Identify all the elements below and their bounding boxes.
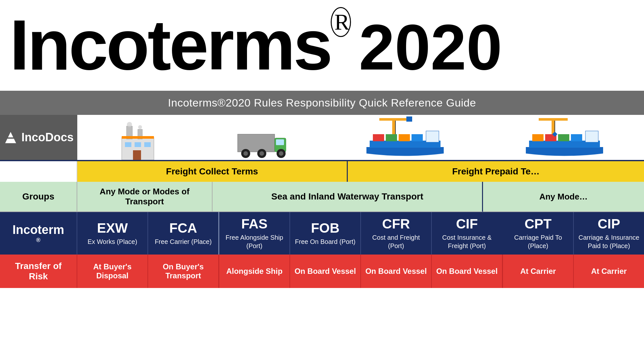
groups-row: Groups Any Mode or Modes of Transport Se… [0, 182, 644, 212]
svg-rect-37 [532, 134, 544, 141]
freight-collect-text: Freight Collect Terms [166, 166, 258, 176]
risk-col-4: On Board Vessel [361, 255, 432, 288]
incoterm-col-cpt: CPT Carriage Paid To (Place) [503, 212, 574, 255]
svg-rect-12 [238, 134, 275, 152]
freight-spacer [0, 161, 77, 182]
svg-point-16 [243, 151, 248, 156]
incoterm-desc-cfr: Cost and Freight (Port) [364, 233, 429, 250]
risk-col-7: At Carrier [574, 255, 644, 288]
risk-columns: At Buyer's DisposalOn Buyer's TransportA… [77, 255, 644, 288]
svg-rect-27 [386, 134, 397, 141]
incoterm-code-exw: EXW [97, 221, 128, 236]
illustration-container [77, 115, 644, 160]
incoterm-col-cif: CIF Cost Insurance & Freight (Port) [432, 212, 503, 255]
svg-rect-10 [133, 150, 141, 160]
subtitle-text: Incoterms®2020 Rules Responsibility Quic… [168, 97, 476, 109]
incoterm-col-fob: FOB Free On Board (Port) [290, 212, 361, 255]
svg-rect-7 [125, 142, 131, 147]
svg-rect-40 [571, 134, 582, 141]
logo-name: IncoDocs [21, 131, 73, 144]
incoterm-label-text: Incoterm [13, 223, 64, 237]
svg-rect-26 [373, 134, 384, 141]
incoterm-col-cfr: CFR Cost and Freight (Port) [361, 212, 432, 255]
incoterm-col-fca: FCA Free Carrier (Place) [148, 212, 219, 255]
incoterm-desc-fas: Free Alongside Ship (Port) [222, 233, 287, 250]
title-year: 2020 [359, 10, 502, 84]
logo: IncoDocs [4, 130, 73, 145]
illustration-row: IncoDocs [0, 115, 644, 161]
svg-point-20 [279, 151, 283, 156]
svg-rect-41 [585, 131, 598, 142]
main-content: IncoDocs [0, 115, 644, 288]
incoterm-col-exw: EXW Ex Works (Place) [77, 212, 148, 255]
risk-label-text: Transfer of Risk [6, 261, 70, 282]
incoterm-code-cip: CIP [598, 217, 620, 231]
svg-rect-31 [406, 116, 412, 122]
any-mode2-text: Any Mode… [539, 192, 588, 202]
incoterm-columns: EXW Ex Works (Place) FCA Free Carrier (P… [77, 212, 644, 255]
freight-prepaid-label: Freight Prepaid Te… [348, 161, 644, 182]
title-main-text: Incoterms [10, 5, 331, 85]
groups-label: Groups [22, 191, 54, 202]
incoterm-code-fas: FAS [241, 217, 268, 231]
incoterm-code-fob: FOB [311, 221, 340, 236]
incoterm-desc-exw: Ex Works (Place) [88, 237, 137, 246]
svg-rect-14 [276, 139, 284, 145]
groups-cell: Groups [0, 182, 77, 212]
sea-inland-text: Sea and Inland Waterway Transport [271, 191, 423, 202]
svg-rect-28 [399, 134, 410, 141]
incoterm-registered: ® [36, 237, 40, 244]
risk-col-5: On Board Vessel [432, 255, 503, 288]
incoterm-code-fca: FCA [169, 221, 197, 236]
any-mode-group-1: Any Mode or Modes of Transport [77, 182, 213, 212]
svg-rect-22 [379, 118, 408, 121]
svg-rect-39 [558, 134, 569, 141]
ship-crane-2-illustration [523, 115, 606, 160]
incoterm-code-cif: CIF [456, 217, 478, 231]
svg-point-5 [127, 122, 132, 127]
risk-col-3: On Board Vessel [290, 255, 361, 288]
factory-illustration [115, 118, 160, 160]
registered-symbol: R [331, 7, 351, 37]
ship-crane-1-illustration [363, 115, 447, 160]
svg-rect-8 [135, 142, 141, 147]
incoterm-code-cpt: CPT [525, 217, 552, 231]
risk-col-0: At Buyer's Disposal [77, 255, 148, 288]
risk-col-1: On Buyer's Transport [148, 255, 219, 288]
svg-rect-11 [122, 136, 154, 139]
svg-rect-1 [7, 137, 15, 139]
any-mode-text: Any Mode or Modes of Transport [82, 187, 207, 207]
risk-col-2: Alongside Ship [219, 255, 290, 288]
svg-point-18 [260, 151, 264, 156]
freight-prepaid-text: Freight Prepaid Te… [452, 166, 540, 176]
logo-cell: IncoDocs [0, 115, 77, 160]
svg-rect-29 [412, 134, 423, 141]
incoterm-col-cip: CIP Carriage & Insurance Paid to (Place) [574, 212, 644, 255]
truck-illustration [236, 128, 288, 160]
svg-rect-30 [426, 131, 439, 142]
incoterm-col-fas: FAS Free Alongside Ship (Port) [219, 212, 290, 255]
sea-inland-group: Sea and Inland Waterway Transport [213, 182, 483, 212]
incoterm-desc-fca: Free Carrier (Place) [155, 237, 212, 246]
freight-collect-label: Freight Collect Terms [77, 161, 348, 182]
svg-rect-33 [539, 118, 568, 121]
incoterm-desc-cpt: Carriage Paid To (Place) [506, 233, 571, 250]
title-incoterms: IncotermsR [10, 10, 351, 80]
svg-rect-9 [144, 142, 151, 147]
risk-col-6: At Carrier [503, 255, 574, 288]
freight-labels-row: Freight Collect Terms Freight Prepaid Te… [0, 161, 644, 182]
svg-point-6 [138, 125, 142, 129]
incoterm-desc-cif: Cost Insurance & Freight (Port) [434, 233, 499, 250]
title-area: IncotermsR 2020 [0, 0, 644, 91]
incoterm-row: Incoterm ® EXW Ex Works (Place) FCA Free… [0, 212, 644, 255]
incoterm-code-cfr: CFR [382, 217, 410, 231]
risk-row: Transfer of Risk At Buyer's DisposalOn B… [0, 255, 644, 288]
incoterm-label-cell: Incoterm ® [0, 212, 77, 255]
incoterm-desc-cip: Carriage & Insurance Paid to (Place) [576, 233, 641, 250]
subtitle-bar: Incoterms®2020 Rules Responsibility Quic… [0, 91, 644, 115]
incodocs-logo-icon [4, 130, 18, 145]
incoterm-desc-fob: Free On Board (Port) [295, 237, 355, 246]
risk-label-cell: Transfer of Risk [0, 255, 77, 288]
any-mode-group-2: Any Mode… [483, 182, 644, 212]
